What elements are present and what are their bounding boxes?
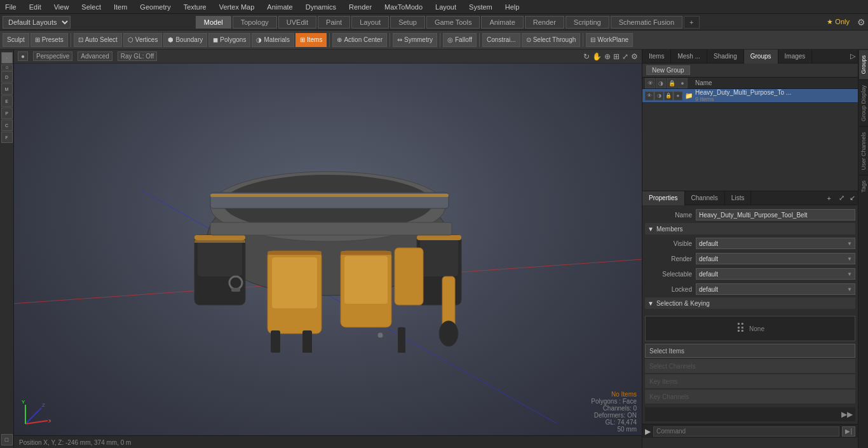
item-visible-icon[interactable]: 👁	[645, 92, 654, 100]
menu-animate[interactable]: Animate	[264, 2, 295, 12]
selectable-dropdown[interactable]: default	[696, 268, 855, 280]
props-expand-icon[interactable]: ⤢	[836, 194, 847, 202]
props-tab-channels[interactable]: Channels	[685, 191, 725, 205]
render-dropdown[interactable]: default	[696, 253, 855, 264]
menu-edit[interactable]: Edit	[27, 2, 44, 12]
tool-7[interactable]: C	[1, 119, 13, 131]
props-tab-add[interactable]: +	[822, 194, 836, 202]
members-section-header[interactable]: ▼ Members	[645, 223, 855, 234]
col-icon-eye[interactable]: 👁	[645, 78, 655, 88]
props-collapse-icon[interactable]: ↙	[847, 194, 858, 202]
items-button[interactable]: ⊞ Items	[295, 33, 327, 47]
tab-layout[interactable]: Layout	[351, 16, 389, 29]
key-items-button[interactable]: Key Items	[645, 374, 855, 388]
col-icon-render[interactable]: ◑	[656, 78, 666, 88]
tool-5[interactable]: E	[1, 95, 13, 107]
visible-dropdown[interactable]: default	[696, 238, 855, 249]
sculpt-button[interactable]: Sculpt	[3, 33, 29, 47]
gear-button[interactable]: ⚙	[855, 17, 868, 27]
viewport-perspective-btn[interactable]: Perspective	[33, 51, 72, 61]
vtab-tags[interactable]: Tags	[859, 175, 868, 198]
viewport-rotate-icon[interactable]: ↻	[583, 52, 590, 61]
right-panel-list[interactable]: 👁 ◑ 🔒 ● 📁 Heavy_Duty_Multi_Purpose_To ..…	[642, 89, 858, 191]
tab-paint[interactable]: Paint	[318, 16, 350, 29]
col-icon-dot[interactable]: ●	[677, 78, 688, 88]
viewport-canvas[interactable]: Z X Y No Items Polygons : Face Channels:…	[14, 64, 642, 435]
tool-8[interactable]: F	[1, 132, 13, 143]
tab-schematic-fusion[interactable]: Schematic Fusion	[611, 16, 682, 29]
menu-texture[interactable]: Texture	[181, 2, 209, 12]
tab-game-tools[interactable]: Game Tools	[426, 16, 480, 29]
tab-setup[interactable]: Setup	[390, 16, 425, 29]
vertices-button[interactable]: ⬡ Vertices	[123, 33, 163, 47]
menu-dynamics[interactable]: Dynamics	[303, 2, 339, 12]
tool-6[interactable]: P	[1, 107, 13, 119]
tab-uvedit[interactable]: UVEdit	[278, 16, 316, 29]
tool-bottom[interactable]: □	[1, 434, 13, 445]
item-dot-icon[interactable]: ●	[674, 92, 682, 100]
viewport-raygl-btn[interactable]: Ray GL: Off	[118, 51, 158, 61]
tool-1[interactable]: ·	[1, 52, 13, 64]
tab-add[interactable]: +	[684, 16, 699, 29]
key-channels-button[interactable]: Key Channels	[645, 390, 855, 404]
select-items-button[interactable]: Select Items	[645, 344, 855, 358]
menu-help[interactable]: Help	[503, 2, 522, 12]
viewport-mode-btn[interactable]: ●	[18, 51, 28, 61]
menu-vertex-map[interactable]: Vertex Map	[217, 2, 257, 12]
tab-model[interactable]: Model	[196, 16, 231, 29]
item-render-icon[interactable]: ◑	[654, 92, 663, 100]
menu-system[interactable]: System	[466, 2, 495, 12]
item-lock-icon[interactable]: 🔒	[664, 92, 673, 100]
symmetry-button[interactable]: ⇔ Symmetry	[393, 33, 437, 47]
tab-animate[interactable]: Animate	[481, 16, 523, 29]
rp-tab-shading[interactable]: Shading	[707, 50, 744, 64]
viewport-zoom-icon[interactable]: ⊕	[604, 52, 611, 61]
action-center-button[interactable]: ⊕ Action Center	[332, 33, 387, 47]
select-channels-button[interactable]: Select Channels	[645, 359, 855, 373]
presets-button[interactable]: ⊞ Presets	[31, 33, 68, 47]
viewport[interactable]: ● Perspective Advanced Ray GL: Off ↻ ✋ ⊕…	[14, 50, 642, 448]
workplane-button[interactable]: ⊟ WorkPlane	[586, 33, 633, 47]
layout-dropdown[interactable]: Default Layouts	[3, 16, 71, 29]
props-tab-lists[interactable]: Lists	[725, 191, 752, 205]
viewport-shading-btn[interactable]: Advanced	[78, 51, 112, 61]
star-only-btn[interactable]: ★ Only	[822, 18, 855, 26]
boundary-button[interactable]: ⬢ Boundary	[163, 33, 207, 47]
command-input[interactable]	[653, 426, 839, 437]
select-through-button[interactable]: ⊙ Select Through	[522, 33, 581, 47]
new-group-button[interactable]: New Group	[646, 65, 690, 75]
menu-render[interactable]: Render	[346, 2, 374, 12]
menu-view[interactable]: View	[51, 2, 72, 12]
command-end-button[interactable]: ▶|	[842, 426, 855, 437]
tab-render[interactable]: Render	[525, 16, 564, 29]
falloff-button[interactable]: ◎ Falloff	[443, 33, 477, 47]
keying-section-header[interactable]: ▼ Selection & Keying	[645, 297, 855, 309]
viewport-expand-icon[interactable]: ⤢	[622, 52, 628, 61]
vtab-groups[interactable]: Groups	[859, 50, 868, 79]
constraints-button[interactable]: Constrai...	[482, 33, 520, 47]
bottom-expand-icon[interactable]: ▶▶	[841, 410, 853, 419]
tool-2[interactable]: D	[1, 64, 13, 71]
rp-tab-mesh[interactable]: Mesh ...	[671, 50, 707, 64]
polygons-button[interactable]: ◼ Polygons	[208, 33, 250, 47]
menu-select[interactable]: Select	[79, 2, 104, 12]
menu-file[interactable]: File	[3, 2, 19, 12]
vtab-group-display[interactable]: Group Display	[859, 79, 868, 126]
viewport-settings-icon[interactable]: ⚙	[631, 52, 638, 61]
rp-expand-icon[interactable]: ▷	[848, 52, 858, 60]
rp-tab-images[interactable]: Images	[778, 50, 813, 64]
locked-dropdown[interactable]: default	[696, 283, 855, 295]
materials-button[interactable]: ◑ Materials	[252, 33, 294, 47]
menu-maxtomodo[interactable]: MaxToModo	[382, 2, 425, 12]
auto-select-button[interactable]: ⊡ Auto Select	[74, 33, 122, 47]
viewport-pan-icon[interactable]: ✋	[592, 52, 602, 61]
name-input[interactable]	[696, 209, 855, 221]
tab-scripting[interactable]: Scripting	[566, 16, 609, 29]
props-tab-properties[interactable]: Properties	[642, 191, 685, 205]
menu-item[interactable]: Item	[111, 2, 130, 12]
tab-topology[interactable]: Topology	[233, 16, 277, 29]
menu-layout[interactable]: Layout	[433, 2, 459, 12]
tool-3[interactable]: D	[1, 71, 13, 83]
menu-geometry[interactable]: Geometry	[137, 2, 173, 12]
viewport-fit-icon[interactable]: ⊞	[613, 52, 620, 61]
